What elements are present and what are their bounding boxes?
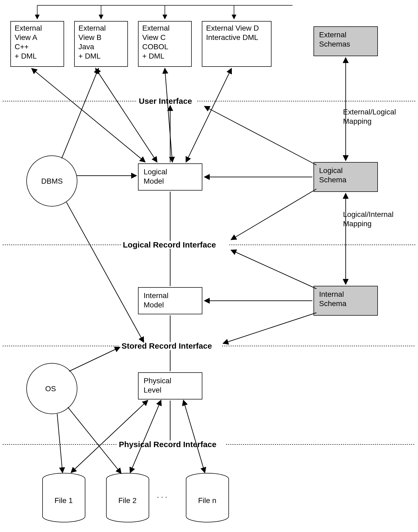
- external-schemas-l2: Schemas: [319, 40, 350, 48]
- view-b-l3: Java: [78, 43, 94, 51]
- view-a-l4: + DML: [15, 52, 37, 60]
- mapping-el-l2: Mapping: [343, 117, 371, 125]
- view-c-l3: COBOL: [142, 43, 168, 51]
- external-view-a: External View A C++ + DML: [11, 21, 64, 67]
- physical-level: Physical Level: [138, 373, 202, 399]
- logical-record-interface-label: Logical Record Interface: [123, 240, 216, 249]
- dbms-circle: DBMS: [27, 156, 77, 206]
- view-d-l2: Interactive DML: [206, 33, 258, 42]
- svg-line-41: [165, 69, 172, 162]
- physical-record-interface-label: Physical Record Interface: [119, 440, 216, 449]
- svg-line-49: [71, 401, 148, 472]
- physical-level-l2: Level: [144, 386, 161, 394]
- logical-schema: Logical Schema: [314, 162, 378, 192]
- logical-schema-l1: Logical: [319, 166, 343, 175]
- svg-line-30: [231, 189, 316, 240]
- mapping-li-l2: Mapping: [343, 220, 371, 228]
- file-n: File n: [186, 473, 229, 522]
- view-c-l1: External: [142, 24, 170, 32]
- svg-line-40: [96, 69, 157, 162]
- external-view-d: External View D Interactive DML: [202, 21, 271, 67]
- svg-line-42: [186, 69, 231, 162]
- svg-line-45: [66, 202, 144, 342]
- view-a-l2: View A: [15, 33, 37, 42]
- external-schemas-l1: External: [319, 31, 346, 39]
- internal-schema-l2: Schema: [319, 299, 346, 308]
- svg-line-47: [68, 407, 121, 473]
- svg-line-46: [69, 347, 120, 371]
- logical-schema-l2: Schema: [319, 176, 346, 184]
- logical-model-l2: Model: [144, 177, 164, 185]
- svg-line-50: [130, 401, 161, 472]
- dbms-label: DBMS: [41, 177, 63, 185]
- internal-model-l1: Internal: [144, 291, 168, 300]
- svg-line-32: [223, 313, 316, 343]
- mapping-li-l1: Logical/Internal: [343, 210, 394, 218]
- svg-line-48: [57, 414, 62, 472]
- svg-line-43: [62, 69, 98, 158]
- view-a-l3: C++: [15, 43, 29, 51]
- view-b-l4: + DML: [78, 52, 101, 60]
- internal-model-l2: Model: [144, 301, 164, 309]
- view-c-l4: + DML: [142, 52, 164, 60]
- file-2-label: File 2: [118, 496, 136, 505]
- user-interface-label: User Interface: [139, 97, 192, 105]
- svg-line-29: [205, 106, 316, 165]
- mapping-el-l1: External/Logical: [343, 108, 396, 116]
- external-schemas: External Schemas: [314, 27, 378, 56]
- file-2: File 2: [106, 473, 149, 522]
- file-1: File 1: [43, 473, 85, 522]
- view-b-l1: External: [78, 24, 106, 32]
- svg-line-31: [231, 250, 316, 289]
- svg-line-51: [183, 401, 205, 472]
- stored-record-interface-label: Stored Record Interface: [122, 341, 212, 350]
- os-label: OS: [45, 385, 56, 393]
- internal-schema-l1: Internal: [319, 290, 344, 298]
- view-a-l1: External: [15, 24, 42, 32]
- view-b-l2: View B: [78, 33, 102, 42]
- logical-model-l1: Logical: [144, 168, 167, 176]
- internal-model: Internal Model: [138, 287, 202, 314]
- file-dots: . . .: [157, 491, 167, 499]
- file-1-label: File 1: [55, 496, 73, 505]
- view-d-l1: External View D: [206, 24, 259, 32]
- external-view-b: External View B Java + DML: [74, 21, 128, 67]
- external-view-c: External View C COBOL + DML: [138, 21, 191, 67]
- logical-model: Logical Model: [138, 164, 202, 190]
- physical-level-l1: Physical: [144, 377, 171, 385]
- file-n-label: File n: [198, 496, 216, 505]
- view-c-l2: View C: [142, 33, 166, 42]
- svg-line-39: [32, 69, 145, 162]
- internal-schema: Internal Schema: [314, 286, 378, 315]
